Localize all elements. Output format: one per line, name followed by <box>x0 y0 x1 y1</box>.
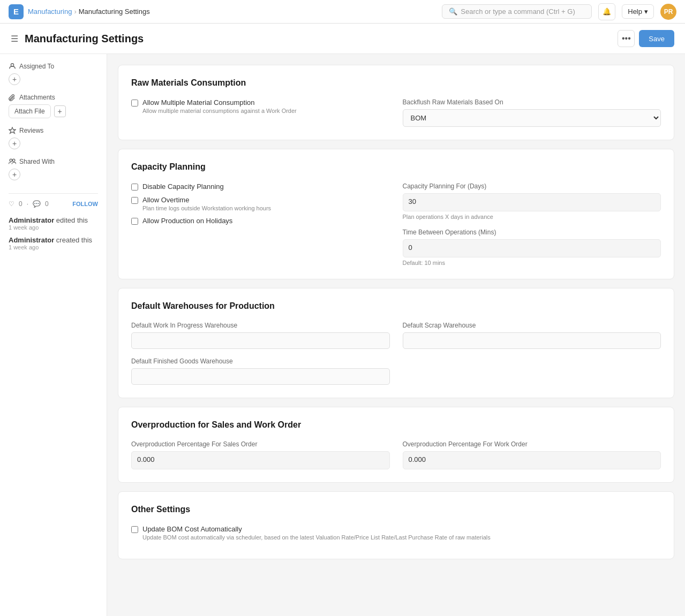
activity-row: ♡ 0 · 💬 0 FOLLOW <box>9 200 98 208</box>
capacity-right: Capacity Planning For (Days) 30 Plan ope… <box>403 182 661 266</box>
svg-point-2 <box>10 159 12 161</box>
header-actions: ••• Save <box>618 30 674 47</box>
disable-capacity-checkbox[interactable] <box>131 184 138 191</box>
attach-file-label: Attach File <box>14 108 45 115</box>
sales-overproduction-label: Overproduction Percentage For Sales Orde… <box>131 440 390 448</box>
allow-holidays-checkbox[interactable] <box>131 218 138 225</box>
capacity-left: Disable Capacity Planning Allow Overtime… <box>131 182 390 266</box>
main-content: Raw Materials Consumption Allow Multiple… <box>107 54 685 616</box>
other-settings-title: Other Settings <box>131 505 661 514</box>
workorder-overproduction-label: Overproduction Percentage For Work Order <box>403 440 661 448</box>
warehouses-card: Default Warehouses for Production Defaul… <box>118 288 674 398</box>
save-button[interactable]: Save <box>639 30 674 47</box>
assigned-to-label: Assigned To <box>9 63 98 70</box>
finished-group: Default Finished Goods Warehouse <box>131 358 390 385</box>
workorder-overproduction-value: 0.000 <box>403 451 661 469</box>
svg-point-3 <box>12 159 14 161</box>
scrap-label: Default Scrap Warehouse <box>403 322 661 329</box>
time-between-group: Time Between Operations (Mins) 0 Default… <box>403 229 661 266</box>
reviews-section: Reviews + <box>9 127 98 149</box>
allow-multiple-row: Allow Multiple Material Consumption Allo… <box>131 98 390 114</box>
page-title: Manufacturing Settings <box>25 33 144 45</box>
warehouses-title: Default Warehouses for Production <box>131 301 661 311</box>
update-bom-checkbox[interactable] <box>131 526 138 533</box>
search-placeholder: Search or type a command (Ctrl + G) <box>461 7 575 16</box>
breadcrumb-manufacturing[interactable]: Manufacturing <box>28 7 72 16</box>
other-settings-card: Other Settings Update BOM Cost Automatic… <box>118 491 674 559</box>
wip-input[interactable] <box>131 332 390 349</box>
attachments-label: Attachments <box>9 94 98 101</box>
backflush-label: Backflush Raw Materials Based On <box>403 98 661 106</box>
capacity-planning-title: Capacity Planning <box>131 162 661 172</box>
breadcrumb: Manufacturing › Manufacturing Settings <box>28 7 150 16</box>
add-review-button[interactable]: + <box>9 138 20 149</box>
disable-capacity-label: Disable Capacity Planning <box>142 182 224 191</box>
svg-point-0 <box>11 64 13 66</box>
capacity-days-label: Capacity Planning For (Days) <box>403 182 661 190</box>
overproduction-title: Overproduction for Sales and Work Order <box>131 420 661 430</box>
avatar[interactable]: PR <box>660 4 676 20</box>
allow-overtime-desc: Plan time logs outside Workstation worki… <box>142 205 271 211</box>
hamburger-icon[interactable]: ☰ <box>11 34 18 44</box>
overproduction-card: Overproduction for Sales and Work Order … <box>118 407 674 483</box>
backflush-select[interactable]: BOM Material Transfer <box>403 109 661 127</box>
scrap-input[interactable] <box>403 332 661 349</box>
raw-materials-right: Backflush Raw Materials Based On BOM Mat… <box>403 98 661 127</box>
sales-overproduction-value: 0.000 <box>131 451 390 469</box>
follow-button[interactable]: FOLLOW <box>72 201 98 207</box>
likes-count: 0 <box>19 200 22 208</box>
layout: Assigned To + Attachments Attach File + … <box>0 54 685 616</box>
help-label: Help <box>628 7 642 16</box>
wip-group: Default Work In Progress Warehouse <box>131 322 390 349</box>
allow-overtime-row: Allow Overtime Plan time logs outside Wo… <box>131 196 390 211</box>
attach-file-button[interactable]: Attach File <box>9 104 51 118</box>
scrap-group: Default Scrap Warehouse <box>403 322 661 349</box>
breadcrumb-current: Manufacturing Settings <box>79 7 150 16</box>
shared-with-label: Shared With <box>9 158 98 165</box>
add-assigned-button[interactable]: + <box>9 73 20 85</box>
heart-icon[interactable]: ♡ <box>9 200 14 208</box>
activity-item-edit: Administrator edited this 1 week ago <box>9 216 98 231</box>
capacity-days-group: Capacity Planning For (Days) 30 Plan ope… <box>403 182 661 220</box>
capacity-planning-layout: Disable Capacity Planning Allow Overtime… <box>131 182 661 266</box>
app-logo: E <box>9 4 24 19</box>
update-bom-desc: Update BOM cost automatically via schedu… <box>142 534 491 541</box>
capacity-days-value: 30 <box>403 193 661 211</box>
allow-overtime-checkbox[interactable] <box>131 197 138 204</box>
attach-add-button[interactable]: + <box>54 105 66 117</box>
allow-multiple-checkbox[interactable] <box>131 100 138 107</box>
update-bom-label: Update BOM Cost Automatically <box>142 525 491 533</box>
sales-overproduction-group: Overproduction Percentage For Sales Orde… <box>131 440 390 469</box>
wip-label: Default Work In Progress Warehouse <box>131 322 390 329</box>
raw-materials-title: Raw Materials Consumption <box>131 78 661 88</box>
more-button[interactable]: ••• <box>618 30 635 47</box>
finished-input[interactable] <box>131 368 390 385</box>
finished-spacer <box>403 358 661 385</box>
comments-count: 0 <box>45 200 49 208</box>
help-button[interactable]: Help ▾ <box>622 4 654 19</box>
shared-with-section: Shared With + <box>9 158 98 180</box>
attachments-section: Attachments Attach File + <box>9 94 98 118</box>
update-bom-row: Update BOM Cost Automatically Update BOM… <box>131 525 661 541</box>
activity-log: Administrator edited this 1 week ago Adm… <box>9 216 98 256</box>
workorder-overproduction-group: Overproduction Percentage For Work Order… <box>403 440 661 469</box>
dot-separator: · <box>27 200 28 208</box>
comment-icon[interactable]: 💬 <box>33 200 41 208</box>
assigned-to-section: Assigned To + <box>9 63 98 85</box>
capacity-planning-card: Capacity Planning Disable Capacity Plann… <box>118 149 674 279</box>
time-between-label: Time Between Operations (Mins) <box>403 229 661 236</box>
svg-marker-1 <box>9 127 16 133</box>
search-bar[interactable]: 🔍 Search or type a command (Ctrl + G) <box>442 4 592 19</box>
allow-multiple-label: Allow Multiple Material Consumption <box>142 98 297 107</box>
add-shared-button[interactable]: + <box>9 169 20 180</box>
search-icon: 🔍 <box>449 7 457 16</box>
time-between-value: 0 <box>403 239 661 257</box>
time-between-hint: Default: 10 mins <box>403 260 661 266</box>
notification-button[interactable]: 🔔 <box>598 3 615 20</box>
sidebar-divider <box>9 193 98 194</box>
raw-materials-card: Raw Materials Consumption Allow Multiple… <box>118 65 674 140</box>
raw-materials-layout: Allow Multiple Material Consumption Allo… <box>131 98 661 127</box>
plan-ops-hint: Plan operations X days in advance <box>403 214 661 220</box>
topnav-right: 🔔 Help ▾ PR <box>598 3 676 20</box>
breadcrumb-chevron: › <box>74 7 76 16</box>
